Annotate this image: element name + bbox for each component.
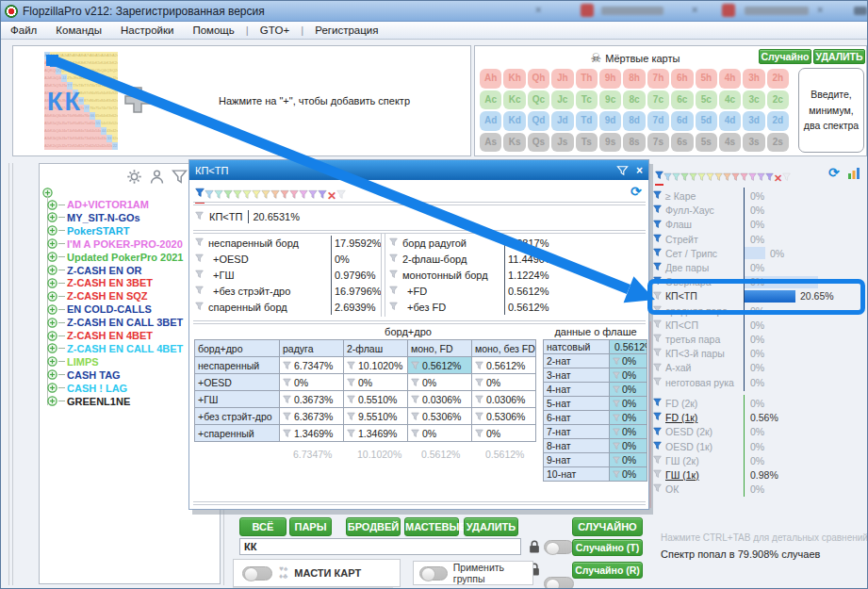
funnel-icon[interactable]	[653, 305, 662, 317]
funnel-icon[interactable]	[195, 302, 204, 313]
funnel-ghost-icon[interactable]	[782, 169, 791, 186]
table-cell[interactable]: 0.0306%	[407, 390, 472, 408]
dead-card-Tc[interactable]: Tc	[576, 90, 598, 110]
popup-filter-icon[interactable]	[616, 165, 629, 176]
dead-card-Td[interactable]: Td	[576, 111, 598, 131]
right-refresh-icon[interactable]: ⟳	[828, 166, 840, 179]
dead-card-8s[interactable]: 8s	[623, 133, 645, 153]
funnel-color-icon[interactable]	[740, 169, 748, 186]
dead-card-3h[interactable]: 3h	[743, 69, 764, 89]
dead-card-Jh[interactable]: Jh	[551, 69, 573, 89]
funnel-icon[interactable]	[653, 248, 662, 259]
flush-row-value[interactable]: 0%	[609, 353, 647, 368]
flush-row-value[interactable]: 0%	[609, 368, 647, 383]
right-row-oesd-2к-[interactable]: OESD (2к)0%	[653, 425, 866, 438]
dead-card-8d[interactable]: 8d	[623, 111, 645, 131]
menu-item-gto+[interactable]: GTO+	[251, 25, 299, 36]
right-row-неготовая-рука[interactable]: неготовая рука0%	[653, 376, 866, 389]
filter-button-всё[interactable]: ВСЁ	[239, 517, 287, 536]
random-button[interactable]: СЛУЧАЙНО	[572, 517, 643, 536]
dead-card-4h[interactable]: 4h	[719, 69, 741, 89]
dead-card-Ks[interactable]: Ks	[503, 133, 525, 153]
funnel-color-icon[interactable]	[723, 169, 731, 186]
dead-card-Qh[interactable]: Qh	[528, 69, 549, 89]
funnel-icon[interactable]	[653, 483, 662, 495]
table-cell[interactable]: 0.5306%	[407, 407, 472, 425]
funnel-icon[interactable]	[653, 234, 662, 245]
dead-card-7h[interactable]: 7h	[647, 69, 669, 89]
matrix-cell-J2s[interactable]: J2s	[112, 74, 118, 82]
tree-expander-icon[interactable]	[47, 343, 57, 353]
sidebar-item-z-cash-en-4bet[interactable]: Z-CASH EN 4BET	[47, 330, 153, 341]
funnel-color-icon[interactable]	[714, 169, 723, 186]
right-row-средняя-пара[interactable]: средняя пара0%	[653, 304, 866, 318]
dead-card-Th[interactable]: Th	[576, 69, 598, 89]
table-cell[interactable]: 0.0306%	[471, 390, 536, 408]
tree-expander-icon[interactable]	[47, 396, 57, 406]
table-cell[interactable]: 6.7347%	[279, 356, 344, 374]
dead-card-4s[interactable]: 4s	[719, 133, 741, 153]
funnel-color-icon[interactable]	[706, 169, 714, 186]
chart-icon[interactable]	[847, 167, 860, 179]
table-cell[interactable]: 0.5612%	[471, 356, 536, 374]
dead-card-9d[interactable]: 9d	[599, 111, 621, 131]
random-t-toggle[interactable]	[544, 540, 574, 554]
matrix-cell-22[interactable]: 22	[112, 142, 118, 150]
funnel-color-icon[interactable]	[680, 169, 689, 186]
tree-expander-icon[interactable]	[47, 318, 57, 328]
dead-card-2d[interactable]: 2d	[767, 111, 789, 131]
dead-card-5s[interactable]: 5s	[696, 133, 717, 153]
dead-card-Ah[interactable]: Ah	[480, 69, 501, 89]
range-input[interactable]	[239, 538, 521, 555]
dead-card-2c[interactable]: 2c	[767, 90, 789, 110]
right-row--каре[interactable]: ≥ Каре0%	[653, 189, 866, 203]
dead-card-3s[interactable]: 3s	[743, 133, 764, 153]
table-cell[interactable]: 0%	[279, 373, 344, 391]
matrix-cell-92s[interactable]: 92s	[112, 90, 118, 97]
right-row-стрейт[interactable]: Стрейт0%	[653, 233, 866, 246]
sidebar-item-updated-pokerpro-2021[interactable]: Updated PokerPro 2021	[47, 252, 184, 263]
flush-row-value[interactable]: 0%	[609, 410, 647, 425]
dead-card-5d[interactable]: 5d	[696, 111, 717, 131]
tree-expander-icon[interactable]	[47, 304, 57, 315]
funnel-icon[interactable]	[653, 426, 662, 437]
matrix-cell-T2s[interactable]: T2s	[112, 82, 118, 90]
dead-card-8c[interactable]: 8c	[623, 90, 645, 110]
dead-card-9h[interactable]: 9h	[599, 69, 621, 89]
dead-card-4c[interactable]: 4c	[719, 90, 741, 110]
menu-item-команды[interactable]: Команды	[46, 25, 111, 36]
tree-expander-icon[interactable]	[47, 278, 57, 288]
sidebar-item-pokerstart[interactable]: PokerSTART	[47, 225, 129, 237]
title-bar[interactable]: FlopzillaPro v212: Зарегистрированная ве…	[1, 1, 868, 22]
table-cell[interactable]: 0.5306%	[471, 407, 536, 425]
funnel-icon[interactable]	[653, 319, 662, 331]
flush-row-value[interactable]: 0%	[609, 466, 647, 482]
matrix-cell-52s[interactable]: 52s	[112, 120, 118, 127]
random-r-button[interactable]: Случайно (R)	[572, 562, 643, 579]
funnel-icon[interactable]	[653, 362, 662, 373]
table-cell[interactable]: 0%	[343, 373, 408, 391]
right-row-fd-1к-[interactable]: FD (1к)0.56%	[653, 411, 866, 424]
flush-row-value[interactable]: 0%	[609, 396, 647, 411]
funnel-icon[interactable]	[389, 254, 398, 265]
filter-button-пары[interactable]: ПАРЫ	[289, 517, 332, 536]
dead-card-7c[interactable]: 7c	[647, 90, 669, 110]
filter-button-мастевые[interactable]: МАСТЕВЫЕ	[404, 517, 459, 536]
sidebar-item-my-sit-n-gos[interactable]: MY_SIT-N-GOs	[47, 212, 140, 223]
funnel-color-icon[interactable]	[731, 169, 740, 186]
funnel-icon[interactable]	[653, 348, 662, 359]
funnel-selected-icon[interactable]	[655, 167, 663, 186]
popup-refresh-icon[interactable]: ⟳	[631, 185, 642, 198]
right-row-третья-пара[interactable]: третья пара0%	[653, 333, 866, 346]
dead-card-7s[interactable]: 7s	[647, 133, 669, 153]
funnel-color-icon[interactable]	[697, 169, 706, 186]
funnel-icon[interactable]	[653, 455, 662, 466]
funnel-icon[interactable]	[389, 302, 398, 313]
sidebar-item-limps[interactable]: LIMPS	[47, 356, 99, 368]
matrix-cell-K2s[interactable]: K2s	[112, 59, 118, 67]
right-row-fd-2к-[interactable]: FD (2к)0%	[653, 397, 866, 410]
dead-card-3d[interactable]: 3d	[743, 111, 764, 131]
dead-cards-delete-button[interactable]: УДАЛИТЬ	[813, 49, 865, 64]
tree-expander-icon[interactable]	[47, 331, 57, 341]
table-cell[interactable]: 0%	[407, 373, 472, 391]
